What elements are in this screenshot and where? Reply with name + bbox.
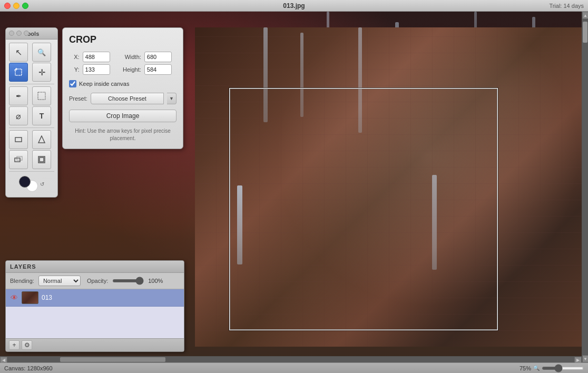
text-tool[interactable]: T	[32, 106, 51, 125]
paint-icon	[37, 135, 46, 144]
svg-rect-3	[38, 92, 45, 100]
layer-settings-button[interactable]: ⚙	[22, 340, 32, 350]
crop-options-panel: CROP X: Width: Y: Height: Keep inside ca…	[62, 27, 183, 149]
color-area[interactable]: ↺	[9, 174, 54, 194]
x-input[interactable]	[83, 52, 110, 62]
blending-select[interactable]: Normal Multiply Screen Overlay	[38, 276, 81, 286]
trial-label: Trial: 14 days	[549, 3, 584, 9]
zoom-icon: 🔍	[533, 365, 540, 371]
scroll-down-button[interactable]: ▼	[582, 355, 588, 362]
tools-grid: ↖ 🔍 ✛ ✒ ⌀ T	[6, 40, 57, 197]
opacity-slider[interactable]	[112, 279, 144, 282]
move-tool[interactable]: ✛	[32, 63, 51, 82]
svg-rect-4	[15, 138, 22, 142]
status-bar: Canvas: 1280x960 75% 🔍	[0, 362, 588, 373]
svg-marker-5	[38, 136, 45, 143]
zoom-slider[interactable]	[542, 367, 584, 370]
tools-max[interactable]	[24, 31, 29, 36]
shape-icon	[14, 135, 23, 144]
maximize-button[interactable]	[22, 3, 28, 9]
zoom-value: 75%	[520, 365, 531, 371]
keep-inside-label: Keep inside canvas	[79, 81, 129, 87]
tools-titlebar: Tools	[6, 28, 57, 40]
layer-name: 013	[42, 294, 52, 301]
preset-label: Preset:	[69, 95, 87, 102]
layer-tool[interactable]	[32, 150, 51, 169]
selection-tool[interactable]: ↖	[9, 43, 28, 62]
y-input[interactable]	[83, 64, 110, 75]
window-title: 013.jpg	[283, 2, 305, 9]
scrollbar-track-v[interactable]	[582, 19, 588, 355]
preset-value: Choose Preset	[108, 95, 146, 102]
keep-inside-row: Keep inside canvas	[69, 80, 177, 87]
layers-footer: + ⚙	[6, 338, 184, 351]
layers-panel: LAYERS Blending: Normal Multiply Screen …	[5, 260, 184, 352]
shape-tool[interactable]	[9, 130, 28, 149]
layer-icon	[37, 155, 46, 164]
layers-header: LAYERS	[6, 261, 184, 273]
scrollbar-bottom[interactable]: ◀ ▶	[0, 356, 582, 362]
tools-window-controls[interactable]	[9, 31, 29, 36]
minimize-button[interactable]	[13, 3, 19, 9]
crop-icon	[14, 67, 23, 77]
width-input[interactable]	[144, 52, 172, 62]
scrollbar-thumb-v[interactable]	[583, 22, 587, 43]
tool-separator-2	[9, 127, 54, 128]
preset-button[interactable]: Choose Preset	[91, 93, 164, 104]
scrollbar-thumb-h[interactable]	[60, 357, 165, 362]
tool-separator-1	[9, 84, 54, 84]
add-layer-button[interactable]: +	[9, 340, 19, 350]
paint-tool[interactable]	[32, 130, 51, 149]
blending-label: Blending:	[10, 278, 34, 284]
layer-thumbnail	[22, 291, 38, 304]
layers-controls: Blending: Normal Multiply Screen Overlay…	[6, 273, 184, 289]
y-label: Y:	[69, 66, 80, 73]
zoom-controls: 75% 🔍	[520, 365, 584, 371]
tools-min[interactable]	[16, 31, 22, 36]
crop-selection[interactable]	[229, 88, 498, 330]
x-label: X:	[69, 54, 80, 60]
preset-row: Preset: Choose Preset ▼	[69, 93, 177, 104]
tools-close[interactable]	[9, 31, 14, 36]
shadow-icon	[14, 155, 23, 164]
crop-tool[interactable]	[9, 63, 28, 82]
opacity-value: 100%	[148, 278, 165, 284]
marquee-icon	[37, 92, 46, 100]
height-label: Height:	[118, 66, 141, 73]
scrollbar-right[interactable]: ▲ ▼	[582, 12, 588, 362]
title-bar: 013.jpg Trial: 14 days	[0, 0, 588, 12]
tools-panel: Tools ↖ 🔍 ✛ ✒ ⌀ T	[5, 27, 58, 198]
opacity-label: Opacity:	[87, 278, 108, 284]
width-label: Width:	[118, 54, 141, 60]
tool-separator-3	[9, 171, 54, 172]
crop-panel-title: CROP	[69, 34, 177, 45]
keep-inside-checkbox[interactable]	[69, 80, 76, 87]
close-button[interactable]	[4, 3, 11, 9]
shadow-tool[interactable]	[9, 150, 28, 169]
swap-colors[interactable]: ↺	[40, 181, 44, 187]
brush-tool[interactable]: ⌀	[9, 106, 28, 125]
layer-visibility-toggle[interactable]: 👁	[10, 293, 18, 302]
layers-empty-area	[6, 307, 184, 338]
height-input[interactable]	[144, 64, 172, 75]
traffic-lights[interactable]	[4, 3, 28, 9]
scroll-up-button[interactable]: ▲	[582, 12, 588, 19]
pen-tool[interactable]: ✒	[9, 86, 28, 105]
crop-image-button[interactable]: Crop Image	[69, 110, 177, 122]
layers-title: LAYERS	[10, 263, 36, 270]
preset-dropdown-arrow[interactable]: ▼	[167, 93, 177, 104]
hint-text: Hint: Use the arrow keys for pixel preci…	[69, 127, 177, 142]
layer-item[interactable]: 👁 013	[6, 289, 184, 307]
scrollbar-track-h[interactable]	[7, 357, 574, 362]
zoom-tool[interactable]: 🔍	[32, 43, 51, 62]
crop-fields: X: Width: Y: Height:	[69, 52, 177, 75]
canvas-info: Canvas: 1280x960	[4, 365, 53, 371]
canvas-area: Tools ↖ 🔍 ✛ ✒ ⌀ T	[0, 12, 588, 362]
crop-image-button-label: Crop Image	[106, 112, 140, 120]
marquee-tool[interactable]	[32, 86, 51, 105]
foreground-color-swatch[interactable]	[19, 176, 31, 188]
svg-rect-9	[40, 158, 44, 162]
